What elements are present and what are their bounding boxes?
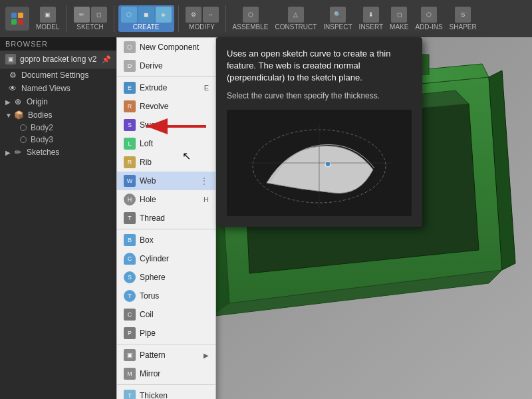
tooltip-desc: Select the curve then specify the thickn… (227, 90, 412, 102)
toolbar-inspect[interactable]: 🔍 INSPECT (321, 5, 354, 32)
sidebar-group-bodies[interactable]: ▼ 📦 Bodies (0, 108, 116, 122)
toolbar-modify[interactable]: ⚙ ↔ MODIFY (183, 5, 221, 32)
menu-separator-2 (117, 229, 215, 229)
menu-item-box[interactable]: B Box (117, 231, 215, 249)
model-label: MODEL (36, 23, 60, 31)
mirror-label: Mirror (140, 369, 160, 378)
sidebar-item-settings-label: Document Settings (21, 70, 88, 80)
toolbar: ▣ MODEL ✏ ◻ SKETCH ⬡ ◼ ◈ CREATE ⚙ (0, 0, 532, 37)
menu-item-pattern[interactable]: ▣ Pattern ▶ (117, 346, 215, 364)
menu-item-sphere[interactable]: S Sphere (117, 268, 215, 287)
sidebar-group-origin[interactable]: ▶ ⊕ Origin (0, 95, 116, 108)
construct-label: CONSTRUCT (275, 23, 317, 31)
menu-item-new-component[interactable]: ⬡ New Component (117, 38, 215, 57)
body2-visibility-icon (20, 124, 27, 131)
sketch-icon1: ✏ (74, 7, 90, 23)
mirror-icon: M (124, 368, 136, 380)
toolbar-sketch[interactable]: ✏ ◻ SKETCH (71, 5, 110, 32)
sidebar-item-settings[interactable]: ⚙ Document Settings (0, 68, 116, 82)
create-icon2: ◼ (138, 7, 154, 23)
sidebar-subitem-body3-label: Body3 (31, 135, 53, 144)
menu-separator-4 (117, 384, 215, 385)
modify-icon2: ↔ (203, 7, 219, 23)
insert-label: INSERT (359, 23, 384, 31)
toolbar-shaper[interactable]: S SHAPER (447, 5, 479, 32)
menu-item-derive[interactable]: D Derive (117, 57, 215, 75)
web-more-icon: ⋮ (200, 176, 209, 186)
menu-item-pipe[interactable]: P Pipe (117, 324, 215, 342)
menu-item-thicken[interactable]: T Thicken (117, 386, 215, 399)
modify-icon1: ⚙ (186, 7, 201, 23)
toolbar-addins[interactable]: ⬡ ADD-INS (412, 5, 445, 32)
menu-item-web[interactable]: W Web ⋮ (117, 172, 215, 190)
menu-item-extrude[interactable]: E Extrude E (117, 78, 215, 97)
create-dropdown-menu: ⬡ New Component D Derive E Extrude E R R… (116, 37, 216, 399)
rib-label: Rib (140, 158, 152, 167)
addins-label: ADD-INS (415, 23, 442, 31)
create-icon1: ⬡ (121, 7, 137, 23)
toolbar-divider1 (66, 5, 67, 32)
menu-item-rib[interactable]: R Rib (117, 153, 215, 172)
menu-item-revolve[interactable]: R Revolve (117, 97, 215, 116)
menu-item-coil[interactable]: C Coil (117, 305, 215, 324)
menu-item-cylinder[interactable]: C Cylinder (117, 249, 215, 268)
sidebar-group-sketches[interactable]: ▶ ✏ Sketches (0, 146, 116, 159)
sphere-label: Sphere (140, 273, 166, 282)
new-component-label: New Component (140, 43, 199, 52)
pattern-label: Pattern (140, 350, 166, 360)
shaper-label: SHAPER (450, 23, 477, 31)
expand-arrow-icon: ▶ (5, 98, 11, 106)
menu-item-loft[interactable]: L Loft (117, 134, 215, 153)
browser-tab[interactable]: ▣ gopro bracket long v2 📌 (0, 51, 116, 68)
revolve-label: Revolve (140, 102, 168, 111)
cylinder-icon: C (124, 253, 136, 265)
sidebar-item-namedviews-label: Named Views (21, 84, 70, 93)
sketch-icon2: ◻ (91, 7, 107, 23)
loft-icon: L (124, 138, 136, 150)
loft-label: Loft (140, 139, 153, 148)
svg-rect-2 (11, 19, 17, 25)
menu-separator-3 (117, 344, 215, 344)
sketches-icon: ✏ (13, 148, 23, 157)
menu-item-mirror[interactable]: M Mirror (117, 364, 215, 383)
sidebar-subitem-body2[interactable]: Body2 (0, 122, 116, 134)
pattern-icon: ▣ (124, 349, 136, 361)
svg-point-22 (325, 162, 331, 167)
sidebar-group-bodies-label: Bodies (28, 110, 53, 120)
extrude-icon: E (124, 82, 136, 94)
app-logo (5, 7, 29, 31)
bodies-icon: 📦 (15, 110, 24, 120)
toolbar-model[interactable]: ▣ MODEL (33, 5, 63, 32)
sketches-expand-icon: ▶ (5, 149, 11, 156)
menu-item-hole[interactable]: H Hole H (117, 190, 215, 209)
torus-label: Torus (140, 291, 159, 301)
hole-shortcut: H (203, 196, 209, 203)
sidebar-subitem-body3[interactable]: Body3 (0, 134, 116, 146)
toolbar-create[interactable]: ⬡ ◼ ◈ CREATE (118, 5, 174, 32)
inspect-icon: 🔍 (330, 7, 346, 23)
bodies-expand-icon: ▼ (5, 112, 12, 119)
thread-label: Thread (140, 213, 165, 223)
coil-icon: C (124, 309, 136, 321)
toolbar-insert[interactable]: ⬇ INSERT (356, 5, 386, 32)
sweep-label: Sweep (140, 120, 164, 130)
cylinder-label: Cylinder (140, 254, 169, 263)
browser-tab-pin: 📌 (102, 55, 111, 64)
pipe-icon: P (124, 327, 136, 339)
toolbar-make[interactable]: ◻ MAKE (387, 5, 411, 32)
tooltip-title: Uses an open sketch curve to create a th… (227, 48, 412, 84)
make-label: MAKE (390, 23, 408, 31)
web-icon: W (124, 175, 136, 187)
sphere-icon: S (124, 271, 136, 283)
hole-label: Hole (140, 195, 156, 204)
menu-item-torus[interactable]: T Torus (117, 287, 215, 305)
derive-icon: D (124, 60, 136, 72)
toolbar-assemble[interactable]: ⬡ ASSEMBLE (230, 5, 271, 32)
menu-item-sweep[interactable]: S Sweep (117, 116, 215, 134)
assemble-icon: ⬡ (243, 7, 259, 23)
toolbar-construct[interactable]: △ CONSTRUCT (272, 5, 319, 32)
body3-visibility-icon (20, 136, 27, 143)
sidebar-item-named-views[interactable]: 👁 Named Views (0, 82, 116, 95)
toolbar-divider4 (225, 5, 226, 32)
menu-item-thread[interactable]: T Thread (117, 209, 215, 227)
